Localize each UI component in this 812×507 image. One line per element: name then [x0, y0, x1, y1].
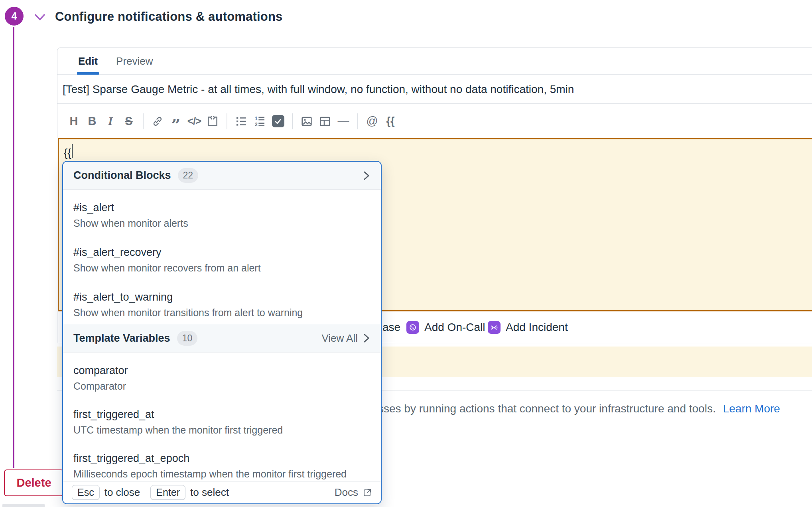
automation-note: sses by running actions that connect to … — [378, 402, 780, 415]
bulleted-list-icon — [235, 115, 248, 128]
checkbox-icon — [272, 115, 284, 127]
tab-edit[interactable]: Edit — [78, 48, 98, 74]
editor-tabs: Edit Preview — [57, 48, 812, 75]
docs-link[interactable]: Docs — [335, 486, 372, 499]
list-item-first-triggered-at-epoch[interactable]: first_triggered_at_epoch Milliseconds ep… — [63, 440, 381, 484]
count-badge: 22 — [178, 168, 199, 183]
learn-more-link[interactable]: Learn More — [723, 402, 780, 415]
toolbar-divider — [357, 113, 358, 129]
add-incident-button[interactable]: Add Incident — [506, 321, 568, 334]
automation-note-text: sses by running actions that connect to … — [378, 402, 716, 415]
item-description: Comparator — [73, 380, 371, 392]
count-badge: 10 — [177, 331, 198, 346]
add-case-button-fragment[interactable]: ase — [382, 321, 400, 334]
italic-button[interactable]: I — [101, 111, 120, 131]
image-icon — [300, 115, 313, 128]
image-button[interactable] — [298, 111, 316, 131]
tab-preview[interactable]: Preview — [116, 48, 153, 74]
external-link-icon — [363, 488, 372, 497]
page-title: Configure notifications & automations — [55, 10, 283, 24]
heading-button[interactable]: H — [65, 111, 83, 131]
horizontal-rule-button[interactable]: — — [334, 111, 353, 131]
docs-label: Docs — [335, 486, 358, 499]
section-header-conditional-blocks[interactable]: Conditional Blocks 22 — [63, 162, 381, 190]
code-block-icon — [206, 115, 219, 128]
inline-code-button[interactable]: </> — [185, 111, 203, 131]
collapse-chevron-down-icon[interactable] — [34, 12, 46, 22]
strikethrough-button[interactable]: S — [120, 111, 138, 131]
item-description: Milliseconds epoch timestamp when the mo… — [73, 468, 371, 480]
bulleted-list-button[interactable] — [232, 111, 250, 131]
code-block-button[interactable] — [203, 111, 222, 131]
text-cursor — [72, 144, 73, 158]
notification-title-input[interactable]: [Test] Sparse Gauge Metric - at all time… — [57, 75, 812, 104]
svg-text:2: 2 — [255, 122, 258, 127]
chevron-right-icon[interactable] — [363, 170, 371, 181]
on-call-icon — [406, 321, 419, 334]
enter-key-badge: Enter — [150, 485, 185, 500]
toolbar-divider — [143, 113, 144, 129]
item-description: Show when monitor alerts — [73, 218, 371, 229]
item-description: Show when monitor transitions from alert… — [73, 307, 371, 319]
list-item-is-alert-recovery[interactable]: #is_alert_recovery Show when monitor rec… — [63, 234, 381, 279]
esc-hint: to close — [104, 486, 140, 499]
toolbar-divider — [292, 113, 293, 129]
section-title: Template Variables — [73, 332, 170, 345]
link-icon — [152, 115, 164, 127]
step-number-badge: 4 — [5, 7, 24, 26]
numbered-list-button[interactable]: 12 — [250, 111, 269, 131]
blockquote-button[interactable]: ” — [167, 111, 185, 131]
task-list-button[interactable] — [269, 111, 287, 131]
incident-icon — [488, 321, 501, 334]
item-name: first_triggered_at_epoch — [73, 452, 371, 465]
template-variable-button[interactable]: {{ — [381, 111, 400, 131]
template-autocomplete-popover: Conditional Blocks 22 #is_alert Show whe… — [62, 161, 382, 504]
toolbar-divider — [227, 113, 227, 129]
step-rail — [13, 27, 14, 468]
table-icon — [319, 115, 331, 128]
autocomplete-footer: Esc to close Enter to select Docs — [63, 481, 381, 503]
item-description: UTC timestamp when the monitor first tri… — [73, 424, 371, 436]
chevron-right-icon[interactable] — [363, 333, 371, 343]
formatting-toolbar: H B I S ” </> 12 — [57, 104, 812, 138]
cutoff-element — [2, 504, 45, 507]
item-name: first_triggered_at — [73, 408, 371, 421]
bold-button[interactable]: B — [83, 111, 101, 131]
item-description: Show when monitor recovers from an alert — [73, 262, 371, 274]
item-name: #is_alert_recovery — [73, 246, 371, 259]
section-title: Conditional Blocks — [73, 169, 171, 182]
view-all-link[interactable]: View All — [321, 332, 358, 345]
numbered-list-icon: 12 — [253, 115, 266, 128]
add-on-call-button[interactable]: Add On-Call — [424, 321, 485, 334]
list-item-is-alert-to-warning[interactable]: #is_alert_to_warning Show when monitor t… — [63, 279, 381, 324]
item-name: #is_alert — [73, 202, 371, 214]
link-button[interactable] — [148, 111, 167, 131]
svg-text:1: 1 — [255, 116, 258, 121]
delete-button[interactable]: Delete — [4, 469, 64, 496]
list-item-comparator[interactable]: comparator Comparator — [63, 353, 381, 396]
esc-key-badge: Esc — [72, 485, 100, 500]
section-header-template-variables[interactable]: Template Variables 10 View All — [63, 324, 381, 353]
enter-hint: to select — [190, 486, 229, 499]
editor-text: {{ — [64, 147, 71, 159]
list-item-first-triggered-at[interactable]: first_triggered_at UTC timestamp when th… — [63, 396, 381, 440]
table-button[interactable] — [316, 111, 334, 131]
list-item-is-alert[interactable]: #is_alert Show when monitor alerts — [63, 190, 381, 234]
item-name: #is_alert_to_warning — [73, 291, 371, 303]
mention-button[interactable]: @ — [363, 111, 381, 131]
item-name: comparator — [73, 364, 371, 377]
